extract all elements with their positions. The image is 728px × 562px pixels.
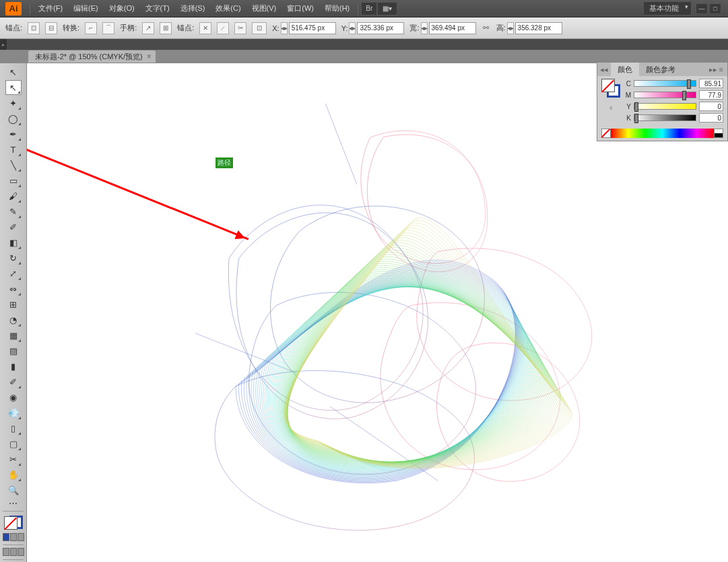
blend-tool[interactable]: ◉ xyxy=(5,390,22,405)
menu-item-4[interactable]: 选择(S) xyxy=(175,1,211,16)
workspace-switcher[interactable]: 基本功能 xyxy=(643,1,692,15)
type-tool[interactable]: T xyxy=(5,142,22,157)
tearoff-icon[interactable]: ⋯ xyxy=(5,498,22,508)
minimize-button[interactable]: — xyxy=(696,3,708,14)
fill-swatch[interactable] xyxy=(4,516,18,530)
gradient-tool[interactable]: ▮ xyxy=(5,359,22,374)
link-wh-icon[interactable]: ⚯ xyxy=(482,18,491,38)
menu-item-8[interactable]: 帮助(H) xyxy=(319,1,355,16)
x-stepper[interactable]: ◂▸ xyxy=(281,22,288,34)
pen-tool[interactable]: ✒ xyxy=(5,127,22,141)
w-stepper[interactable]: ◂▸ xyxy=(421,22,428,34)
color-spectrum[interactable] xyxy=(601,129,723,138)
column-graph-tool[interactable]: ▯ xyxy=(5,421,22,435)
cube-icon[interactable]: ⬨ xyxy=(605,102,616,112)
panel-expand-icon[interactable]: ▸▸ xyxy=(709,65,717,74)
menu-item-1[interactable]: 编辑(E) xyxy=(68,1,104,16)
convert-corner-button[interactable]: ⌐ xyxy=(85,22,97,34)
slider-value-input[interactable] xyxy=(699,90,723,100)
w-input[interactable] xyxy=(429,22,476,34)
zoom-tool[interactable]: 🔍 xyxy=(5,483,22,497)
expand-panels-icon[interactable]: ▸ xyxy=(0,39,7,50)
x-input[interactable] xyxy=(289,22,336,34)
anchor-icon-2[interactable]: ⊟ xyxy=(45,22,57,34)
eraser-tool[interactable]: ◧ xyxy=(5,235,22,250)
convert-smooth-button[interactable]: ⌒ xyxy=(102,22,114,34)
shape-builder-tool[interactable]: ◔ xyxy=(5,312,22,327)
slider-value-input[interactable] xyxy=(699,79,723,88)
slider-track-k[interactable] xyxy=(634,114,696,121)
remove-anchor-button[interactable]: ✕ xyxy=(199,22,211,34)
bw-swatch[interactable] xyxy=(714,129,723,138)
panel-collapse-icon[interactable]: ◂◂ xyxy=(597,65,611,74)
handle-icon-1[interactable]: ↗ xyxy=(142,22,154,34)
blob-brush-tool[interactable]: ✐ xyxy=(5,219,22,234)
y-input[interactable] xyxy=(357,22,404,34)
window-controls: — □ xyxy=(696,3,721,14)
panel-menu-icon[interactable]: ≡ xyxy=(719,65,723,74)
slider-track-y[interactable] xyxy=(634,103,696,110)
lasso-tool[interactable]: ◯ xyxy=(5,111,22,126)
h-stepper[interactable]: ◂▸ xyxy=(507,22,514,34)
slider-handle[interactable] xyxy=(682,91,686,100)
magic-wand-tool[interactable]: ✦ xyxy=(5,96,22,110)
draw-normal-button[interactable] xyxy=(3,548,9,556)
slider-handle[interactable] xyxy=(687,79,691,89)
menu-item-6[interactable]: 视图(V) xyxy=(246,1,282,16)
draw-behind-button[interactable] xyxy=(10,548,17,556)
ref-point-selector[interactable]: ⊡ xyxy=(252,22,267,34)
menu-item-5[interactable]: 效果(C) xyxy=(210,1,246,16)
paintbrush-tool[interactable]: 🖌 xyxy=(5,188,22,203)
menu-item-3[interactable]: 文字(T) xyxy=(140,1,175,16)
cut-path-button[interactable]: ✂ xyxy=(234,22,246,34)
slider-track-c[interactable] xyxy=(634,80,696,87)
menu-item-2[interactable]: 对象(O) xyxy=(104,1,140,16)
slider-handle[interactable] xyxy=(634,114,638,123)
symbol-sprayer-tool[interactable]: 💨 xyxy=(5,405,22,420)
color-panel: ◂◂ 颜色 颜色参考 ▸▸ ≡ ⬨ CMYK xyxy=(597,62,728,141)
document-tab-title: 未标题-2* @ 150% (CMYK/预览) xyxy=(35,52,143,62)
rectangle-tool[interactable]: ▭ xyxy=(5,173,22,188)
arrange-docs-button[interactable]: ▦▾ xyxy=(377,2,397,15)
maximize-button[interactable]: □ xyxy=(709,3,721,14)
eyedropper-tool[interactable]: ✐ xyxy=(5,374,22,389)
gradient-mode-button[interactable] xyxy=(10,533,17,541)
panel-tab-color[interactable]: 颜色 xyxy=(611,63,639,77)
menu-item-0[interactable]: 文件(F) xyxy=(33,1,68,16)
handle-icon-2[interactable]: ⊞ xyxy=(160,22,172,34)
perspective-tool[interactable]: ▦ xyxy=(5,328,22,343)
slider-value-input[interactable] xyxy=(699,113,723,122)
y-stepper[interactable]: ◂▸ xyxy=(349,22,356,34)
document-tab[interactable]: 未标题-2* @ 150% (CMYK/预览) × xyxy=(28,50,156,63)
free-transform-tool[interactable]: ⊞ xyxy=(5,297,22,312)
rotate-tool[interactable]: ↻ xyxy=(5,250,22,265)
width-tool[interactable]: ⇔ xyxy=(5,281,22,296)
connect-anchor-button[interactable]: ⟋ xyxy=(217,22,229,34)
artboard-tool[interactable]: ▢ xyxy=(5,436,22,451)
slice-tool[interactable]: ✂ xyxy=(5,452,22,466)
pencil-tool[interactable]: ✎ xyxy=(5,204,22,219)
hand-tool[interactable]: ✋ xyxy=(5,467,22,482)
spectrum-strip[interactable] xyxy=(611,129,714,138)
panel-tab-guide[interactable]: 颜色参考 xyxy=(639,63,682,77)
anchor-icon-1[interactable]: ⊡ xyxy=(28,22,40,34)
panel-fill-swatch[interactable] xyxy=(601,79,615,92)
scale-tool[interactable]: ⤢ xyxy=(5,266,22,281)
none-mode-button[interactable] xyxy=(18,533,24,541)
slider-track-m[interactable] xyxy=(634,92,696,98)
menu-item-7[interactable]: 窗口(W) xyxy=(282,1,319,16)
mesh-tool[interactable]: ▨ xyxy=(5,343,22,358)
panel-fill-stroke-swatches[interactable] xyxy=(601,79,620,98)
slider-handle[interactable] xyxy=(634,102,638,112)
none-color-icon[interactable] xyxy=(601,129,611,138)
slider-value-input[interactable] xyxy=(699,102,723,111)
color-mode-button[interactable] xyxy=(3,533,9,541)
direct-selection-tool[interactable]: ↖ xyxy=(5,80,22,95)
draw-inside-button[interactable] xyxy=(18,548,24,556)
selection-tool[interactable]: ↖ xyxy=(5,65,22,79)
line-tool[interactable]: ╲ xyxy=(5,157,22,172)
close-tab-icon[interactable]: × xyxy=(147,52,152,61)
h-input[interactable] xyxy=(515,22,562,34)
fill-stroke-swatches[interactable] xyxy=(4,516,23,529)
bridge-button[interactable]: Br xyxy=(361,2,377,15)
